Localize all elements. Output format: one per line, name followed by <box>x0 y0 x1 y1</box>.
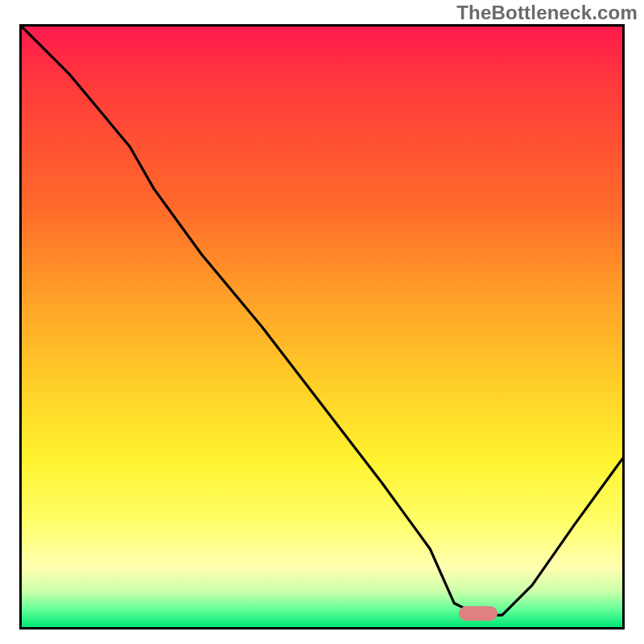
plot-area <box>19 24 625 630</box>
watermark-text: TheBottleneck.com <box>456 2 638 24</box>
bottleneck-curve <box>22 27 622 627</box>
optimal-marker <box>459 606 497 621</box>
chart-container: TheBottleneck.com <box>0 0 644 644</box>
